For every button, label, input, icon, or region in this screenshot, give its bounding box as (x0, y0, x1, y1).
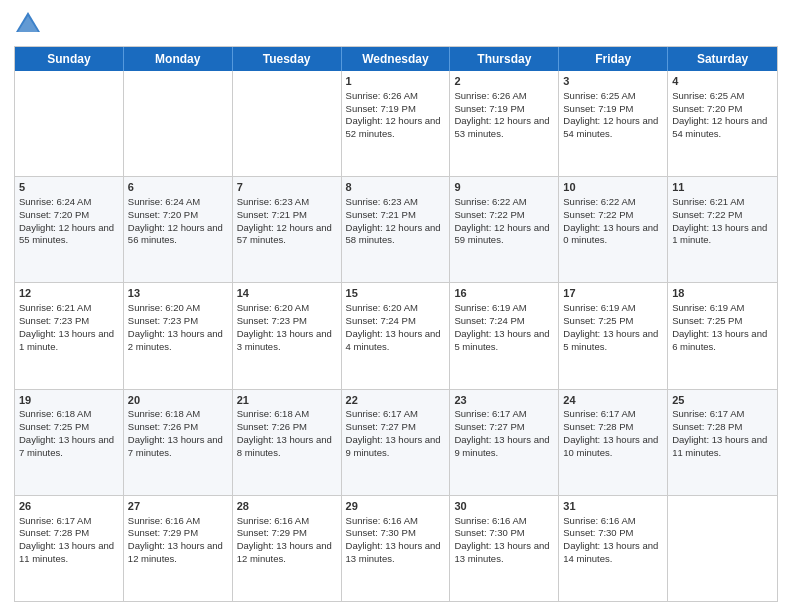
day-number: 22 (346, 393, 446, 408)
calendar-row-3: 19Sunrise: 6:18 AMSunset: 7:25 PMDayligh… (15, 389, 777, 495)
sunset-text: Sunset: 7:25 PM (563, 315, 633, 326)
calendar-cell-30: 30Sunrise: 6:16 AMSunset: 7:30 PMDayligh… (450, 496, 559, 601)
sunrise-text: Sunrise: 6:16 AM (563, 515, 635, 526)
sunrise-text: Sunrise: 6:24 AM (128, 196, 200, 207)
sunset-text: Sunset: 7:25 PM (672, 315, 742, 326)
logo-icon (14, 10, 42, 38)
day-number: 20 (128, 393, 228, 408)
sunset-text: Sunset: 7:26 PM (128, 421, 198, 432)
day-number: 23 (454, 393, 554, 408)
day-number: 24 (563, 393, 663, 408)
calendar-row-1: 5Sunrise: 6:24 AMSunset: 7:20 PMDaylight… (15, 176, 777, 282)
daylight-text: Daylight: 13 hours and 12 minutes. (237, 540, 332, 564)
daylight-text: Daylight: 13 hours and 10 minutes. (563, 434, 658, 458)
day-number: 25 (672, 393, 773, 408)
day-number: 19 (19, 393, 119, 408)
sunset-text: Sunset: 7:30 PM (563, 527, 633, 538)
sunrise-text: Sunrise: 6:17 AM (563, 408, 635, 419)
day-number: 9 (454, 180, 554, 195)
day-number: 10 (563, 180, 663, 195)
sunset-text: Sunset: 7:22 PM (672, 209, 742, 220)
sunset-text: Sunset: 7:26 PM (237, 421, 307, 432)
day-number: 15 (346, 286, 446, 301)
sunrise-text: Sunrise: 6:17 AM (672, 408, 744, 419)
weekday-header-tuesday: Tuesday (233, 47, 342, 71)
daylight-text: Daylight: 12 hours and 54 minutes. (563, 115, 658, 139)
calendar-cell-15: 15Sunrise: 6:20 AMSunset: 7:24 PMDayligh… (342, 283, 451, 388)
sunrise-text: Sunrise: 6:18 AM (237, 408, 309, 419)
calendar-cell-20: 20Sunrise: 6:18 AMSunset: 7:26 PMDayligh… (124, 390, 233, 495)
daylight-text: Daylight: 13 hours and 8 minutes. (237, 434, 332, 458)
calendar-cell-10: 10Sunrise: 6:22 AMSunset: 7:22 PMDayligh… (559, 177, 668, 282)
sunrise-text: Sunrise: 6:23 AM (237, 196, 309, 207)
sunset-text: Sunset: 7:20 PM (128, 209, 198, 220)
calendar: SundayMondayTuesdayWednesdayThursdayFrid… (14, 46, 778, 602)
sunset-text: Sunset: 7:24 PM (346, 315, 416, 326)
sunrise-text: Sunrise: 6:22 AM (454, 196, 526, 207)
sunset-text: Sunset: 7:25 PM (19, 421, 89, 432)
daylight-text: Daylight: 13 hours and 1 minute. (19, 328, 114, 352)
day-number: 4 (672, 74, 773, 89)
sunset-text: Sunset: 7:28 PM (672, 421, 742, 432)
day-number: 11 (672, 180, 773, 195)
daylight-text: Daylight: 12 hours and 59 minutes. (454, 222, 549, 246)
daylight-text: Daylight: 12 hours and 55 minutes. (19, 222, 114, 246)
sunrise-text: Sunrise: 6:24 AM (19, 196, 91, 207)
sunset-text: Sunset: 7:30 PM (454, 527, 524, 538)
day-number: 13 (128, 286, 228, 301)
day-number: 16 (454, 286, 554, 301)
weekday-header-saturday: Saturday (668, 47, 777, 71)
sunset-text: Sunset: 7:21 PM (237, 209, 307, 220)
calendar-cell-24: 24Sunrise: 6:17 AMSunset: 7:28 PMDayligh… (559, 390, 668, 495)
day-number: 7 (237, 180, 337, 195)
weekday-header-monday: Monday (124, 47, 233, 71)
calendar-cell-31: 31Sunrise: 6:16 AMSunset: 7:30 PMDayligh… (559, 496, 668, 601)
day-number: 18 (672, 286, 773, 301)
daylight-text: Daylight: 12 hours and 54 minutes. (672, 115, 767, 139)
calendar-cell-2: 2Sunrise: 6:26 AMSunset: 7:19 PMDaylight… (450, 71, 559, 176)
sunset-text: Sunset: 7:22 PM (454, 209, 524, 220)
day-number: 17 (563, 286, 663, 301)
day-number: 6 (128, 180, 228, 195)
day-number: 29 (346, 499, 446, 514)
calendar-cell-empty (233, 71, 342, 176)
daylight-text: Daylight: 13 hours and 7 minutes. (128, 434, 223, 458)
day-number: 21 (237, 393, 337, 408)
calendar-cell-26: 26Sunrise: 6:17 AMSunset: 7:28 PMDayligh… (15, 496, 124, 601)
sunrise-text: Sunrise: 6:17 AM (19, 515, 91, 526)
sunrise-text: Sunrise: 6:22 AM (563, 196, 635, 207)
sunrise-text: Sunrise: 6:20 AM (128, 302, 200, 313)
daylight-text: Daylight: 13 hours and 5 minutes. (454, 328, 549, 352)
sunrise-text: Sunrise: 6:21 AM (672, 196, 744, 207)
daylight-text: Daylight: 13 hours and 12 minutes. (128, 540, 223, 564)
calendar-cell-18: 18Sunrise: 6:19 AMSunset: 7:25 PMDayligh… (668, 283, 777, 388)
day-number: 3 (563, 74, 663, 89)
sunset-text: Sunset: 7:23 PM (237, 315, 307, 326)
daylight-text: Daylight: 13 hours and 11 minutes. (19, 540, 114, 564)
sunset-text: Sunset: 7:28 PM (563, 421, 633, 432)
daylight-text: Daylight: 13 hours and 13 minutes. (454, 540, 549, 564)
calendar-page: SundayMondayTuesdayWednesdayThursdayFrid… (0, 0, 792, 612)
sunset-text: Sunset: 7:29 PM (128, 527, 198, 538)
calendar-cell-3: 3Sunrise: 6:25 AMSunset: 7:19 PMDaylight… (559, 71, 668, 176)
sunset-text: Sunset: 7:27 PM (454, 421, 524, 432)
daylight-text: Daylight: 13 hours and 6 minutes. (672, 328, 767, 352)
daylight-text: Daylight: 13 hours and 2 minutes. (128, 328, 223, 352)
calendar-cell-1: 1Sunrise: 6:26 AMSunset: 7:19 PMDaylight… (342, 71, 451, 176)
daylight-text: Daylight: 12 hours and 52 minutes. (346, 115, 441, 139)
daylight-text: Daylight: 12 hours and 58 minutes. (346, 222, 441, 246)
daylight-text: Daylight: 13 hours and 5 minutes. (563, 328, 658, 352)
calendar-cell-empty (124, 71, 233, 176)
day-number: 14 (237, 286, 337, 301)
sunset-text: Sunset: 7:19 PM (454, 103, 524, 114)
daylight-text: Daylight: 13 hours and 11 minutes. (672, 434, 767, 458)
sunset-text: Sunset: 7:21 PM (346, 209, 416, 220)
sunrise-text: Sunrise: 6:26 AM (454, 90, 526, 101)
calendar-cell-empty (668, 496, 777, 601)
sunrise-text: Sunrise: 6:25 AM (563, 90, 635, 101)
daylight-text: Daylight: 12 hours and 53 minutes. (454, 115, 549, 139)
sunrise-text: Sunrise: 6:19 AM (672, 302, 744, 313)
sunrise-text: Sunrise: 6:23 AM (346, 196, 418, 207)
calendar-row-2: 12Sunrise: 6:21 AMSunset: 7:23 PMDayligh… (15, 282, 777, 388)
daylight-text: Daylight: 13 hours and 3 minutes. (237, 328, 332, 352)
